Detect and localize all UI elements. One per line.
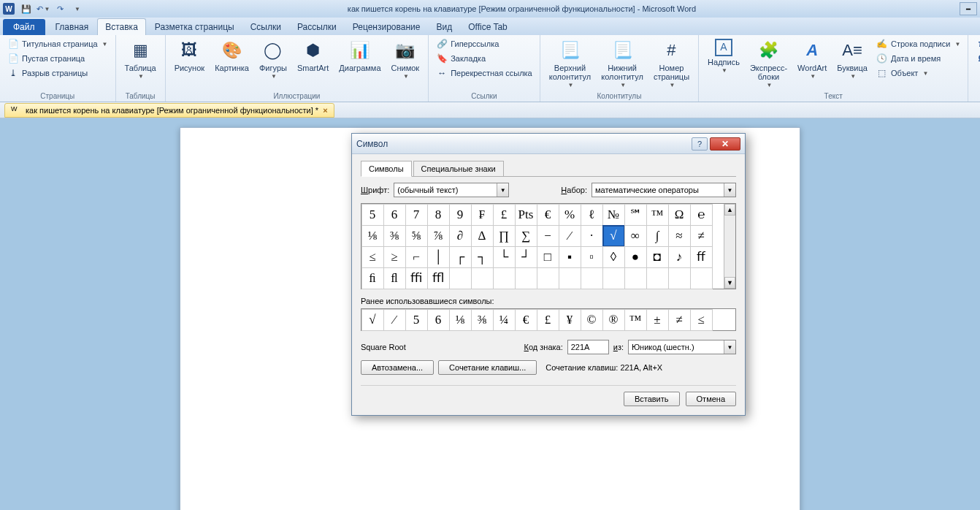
symbol-cell[interactable]: ™ bbox=[646, 204, 669, 226]
from-combo[interactable]: ▼ bbox=[628, 340, 736, 354]
tab-mailings[interactable]: Рассылки bbox=[290, 19, 344, 35]
symbol-cell[interactable] bbox=[602, 267, 625, 289]
from-input[interactable] bbox=[629, 340, 724, 354]
save-button[interactable]: 💾 bbox=[19, 1, 34, 16]
subset-combo[interactable]: ▼ bbox=[592, 183, 736, 197]
symbol-cell[interactable]: ﬃ bbox=[405, 267, 428, 289]
symbol-cell[interactable]: € bbox=[537, 204, 559, 226]
close-tab-button[interactable]: × bbox=[323, 106, 327, 115]
symbol-cell[interactable] bbox=[537, 267, 559, 289]
symbol-cell[interactable]: ≥ bbox=[383, 246, 406, 268]
recent-symbol-cell[interactable]: ® bbox=[602, 309, 625, 331]
symbol-cell[interactable]: ♪ bbox=[668, 246, 691, 268]
symbol-cell[interactable] bbox=[449, 267, 472, 289]
symbol-cell[interactable]: ⌐ bbox=[405, 246, 428, 268]
grid-scrollbar[interactable]: ▲ ▼ bbox=[724, 204, 735, 289]
symbol-cell[interactable]: √ bbox=[602, 225, 625, 247]
help-button[interactable]: ? bbox=[692, 137, 708, 151]
recent-symbol-cell[interactable]: ⅜ bbox=[471, 309, 494, 331]
cover-page-button[interactable]: 📄Титульная страница▼ bbox=[4, 37, 111, 51]
symbol-cell[interactable]: 7 bbox=[405, 204, 428, 226]
recent-symbol-cell[interactable]: ± bbox=[646, 309, 669, 331]
subset-input[interactable] bbox=[592, 183, 724, 197]
equation-button[interactable]: πФормула▼ bbox=[973, 37, 980, 51]
tab-insert[interactable]: Вставка bbox=[97, 18, 146, 35]
symbol-cell[interactable]: ▫ bbox=[581, 246, 603, 268]
symbol-cell[interactable] bbox=[471, 267, 494, 289]
symbol-cell[interactable]: 9 bbox=[449, 204, 472, 226]
scroll-down-button[interactable]: ▼ bbox=[724, 277, 735, 289]
symbol-cell[interactable]: ┌ bbox=[449, 246, 472, 268]
symbol-cell[interactable]: ∂ bbox=[449, 225, 472, 247]
symbol-cell[interactable] bbox=[668, 267, 691, 289]
recent-symbol-cell[interactable]: ™ bbox=[624, 309, 647, 331]
symbol-cell[interactable]: ∆ bbox=[471, 225, 494, 247]
symbol-cell[interactable]: Ω bbox=[668, 204, 691, 226]
symbol-cell[interactable] bbox=[559, 267, 581, 289]
tab-file[interactable]: Файл bbox=[3, 19, 45, 35]
close-button[interactable]: ✕ bbox=[710, 137, 740, 151]
cancel-button[interactable]: Отмена bbox=[686, 392, 736, 406]
recent-symbol-cell[interactable]: 6 bbox=[427, 309, 450, 331]
symbol-cell[interactable]: ﬂ bbox=[383, 267, 406, 289]
recent-symbol-cell[interactable]: √ bbox=[361, 309, 384, 331]
symbol-cell[interactable]: ⅜ bbox=[383, 225, 406, 247]
recent-symbol-cell[interactable]: ¼ bbox=[493, 309, 516, 331]
recent-symbol-cell[interactable]: ≤ bbox=[690, 309, 713, 331]
qat-customize[interactable]: ▼ bbox=[69, 1, 84, 16]
symbol-cell[interactable] bbox=[624, 267, 647, 289]
recent-symbol-cell[interactable]: © bbox=[581, 309, 603, 331]
datetime-button[interactable]: 🕓Дата и время bbox=[873, 51, 963, 66]
code-input[interactable] bbox=[568, 340, 608, 354]
symbol-cell[interactable]: № bbox=[602, 204, 625, 226]
dialog-title-bar[interactable]: Символ ? ✕ bbox=[352, 134, 745, 154]
symbol-cell[interactable]: − bbox=[537, 225, 559, 247]
blank-page-button[interactable]: 📄Пустая страница bbox=[4, 51, 111, 66]
symbol-button[interactable]: ΩСимвол▼ bbox=[973, 51, 980, 66]
symbol-cell[interactable]: ∑ bbox=[515, 225, 537, 247]
hyperlink-button[interactable]: 🔗Гиперссылка bbox=[433, 37, 535, 51]
undo-button[interactable]: ↶▼ bbox=[36, 1, 50, 16]
symbol-cell[interactable]: ┘ bbox=[515, 246, 537, 268]
symbol-cell[interactable]: ┐ bbox=[471, 246, 494, 268]
insert-button[interactable]: Вставить bbox=[624, 392, 680, 406]
symbol-cell[interactable]: ≤ bbox=[361, 246, 384, 268]
recent-symbol-cell[interactable]: ∕ bbox=[383, 309, 406, 331]
signature-line-button[interactable]: ✍Строка подписи▼ bbox=[873, 37, 963, 51]
recent-symbol-cell[interactable]: £ bbox=[537, 309, 559, 331]
chevron-down-icon[interactable]: ▼ bbox=[724, 340, 735, 354]
symbol-cell[interactable]: ⅞ bbox=[427, 225, 450, 247]
symbol-cell[interactable]: 6 bbox=[383, 204, 406, 226]
symbol-cell[interactable]: ⅝ bbox=[405, 225, 428, 247]
tab-review[interactable]: Рецензирование bbox=[345, 19, 428, 35]
symbol-cell[interactable]: ∙ bbox=[581, 225, 603, 247]
recent-symbol-cell[interactable]: ⅛ bbox=[449, 309, 472, 331]
tab-home[interactable]: Главная bbox=[48, 19, 96, 35]
scroll-track[interactable] bbox=[724, 216, 735, 277]
redo-button[interactable]: ↷ bbox=[53, 1, 67, 16]
shortcut-key-button[interactable]: Сочетание клавиш... bbox=[438, 360, 537, 375]
symbol-cell[interactable]: ∫ bbox=[646, 225, 669, 247]
symbol-cell[interactable]: ◊ bbox=[602, 246, 625, 268]
recent-symbol-cell[interactable]: ≠ bbox=[668, 309, 691, 331]
symbol-cell[interactable]: ﬀ bbox=[690, 246, 713, 268]
symbol-cell[interactable]: ≠ bbox=[690, 225, 713, 247]
symbol-cell[interactable]: □ bbox=[537, 246, 559, 268]
symbol-cell[interactable] bbox=[690, 267, 713, 289]
symbol-cell[interactable]: 5 bbox=[361, 204, 384, 226]
recent-symbol-cell[interactable]: 5 bbox=[405, 309, 428, 331]
symbol-cell[interactable] bbox=[581, 267, 603, 289]
minimize-button[interactable]: ━ bbox=[960, 2, 977, 15]
chevron-down-icon[interactable]: ▼ bbox=[724, 183, 735, 197]
font-combo[interactable]: ▼ bbox=[394, 183, 509, 197]
crossref-button[interactable]: ↔Перекрестная ссылка bbox=[433, 66, 535, 80]
symbol-cell[interactable]: 8 bbox=[427, 204, 450, 226]
symbol-cell[interactable]: ℓ bbox=[581, 204, 603, 226]
document-tab[interactable]: W как пишется корень на клавиатуре [Режи… bbox=[4, 103, 334, 118]
bookmark-button[interactable]: 🔖Закладка bbox=[433, 51, 535, 66]
symbol-cell[interactable]: ≈ bbox=[668, 225, 691, 247]
tab-symbols[interactable]: Символы bbox=[361, 161, 412, 177]
chevron-down-icon[interactable]: ▼ bbox=[497, 183, 508, 197]
tab-references[interactable]: Ссылки bbox=[243, 19, 288, 35]
object-button[interactable]: ⬚Объект▼ bbox=[873, 66, 963, 80]
